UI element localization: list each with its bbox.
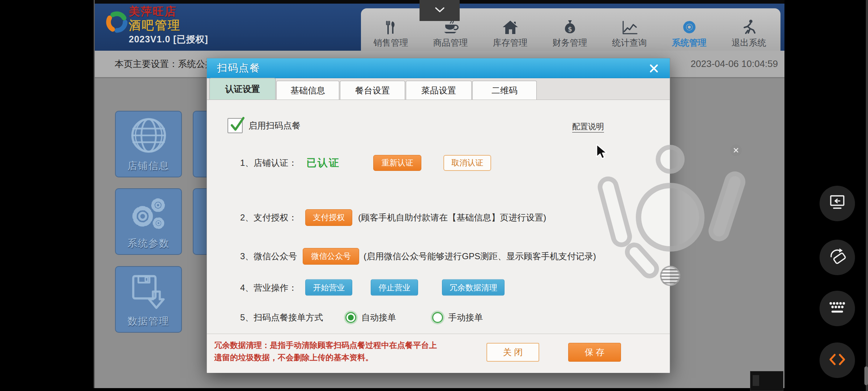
- rotate-screen-icon: [827, 247, 847, 268]
- pay-auth-note: (顾客手机自助付款请在【基础信息】页进行设置): [358, 212, 546, 223]
- tab-dish-settings[interactable]: 菜品设置: [406, 81, 472, 100]
- config-help-link[interactable]: 配置说明: [572, 121, 604, 133]
- row5-label: 5、扫码点餐接单方式: [240, 312, 323, 323]
- radio-auto-accept[interactable]: [345, 312, 356, 323]
- reauth-button[interactable]: 重新认证: [373, 155, 421, 171]
- logo-brand: 美萍旺店: [129, 6, 208, 17]
- close-icon[interactable]: [646, 61, 662, 76]
- clean-data-button[interactable]: 冗余数据清理: [442, 279, 505, 296]
- footer-warning: 冗余数据清理：是指手动清除顾客扫码点餐过程中在点餐平台上 遗留的垃圾数据，不会删…: [214, 339, 437, 364]
- close-button[interactable]: 关 闭: [486, 343, 539, 362]
- start-business-button[interactable]: 开始营业: [305, 279, 352, 296]
- tab-qrcode[interactable]: 二维码: [472, 81, 537, 100]
- nav-label: 库存管理: [493, 37, 528, 49]
- footer-warning-line1: 冗余数据清理：是指手动清除顾客扫码点餐过程中在点餐平台上: [214, 339, 437, 352]
- runner-icon: [741, 19, 757, 35]
- radio-auto-label: 自动接单: [361, 312, 396, 323]
- pay-auth-row: 2、支付授权： 支付授权 (顾客手机自助付款请在【基础信息】页进行设置): [240, 209, 546, 226]
- nav-item-exit[interactable]: 退出系统: [719, 14, 779, 49]
- row1-label: 1、店铺认证：: [240, 157, 297, 169]
- nav-label: 销售管理: [374, 37, 408, 49]
- dialog-titlebar: 扫码点餐: [207, 58, 670, 78]
- pull-down-tab[interactable]: [420, 0, 460, 21]
- tab-table-settings[interactable]: 餐台设置: [340, 81, 405, 100]
- shop-auth-row: 1、店铺认证： 已认证 重新认证 取消认证: [240, 155, 491, 171]
- toolbar-rotate-button[interactable]: [820, 240, 855, 275]
- tab-auth-settings[interactable]: 认证设置: [209, 78, 276, 100]
- radio-manual-label: 手动接单: [448, 312, 483, 323]
- tab-basic-info[interactable]: 基础信息: [276, 81, 339, 100]
- footer-warning-line2: 遗留的垃圾数据，不会删除上传的基本资料。: [214, 352, 437, 364]
- nav-item-stats[interactable]: 统计查询: [600, 14, 659, 49]
- pay-auth-button[interactable]: 支付授权: [305, 209, 352, 226]
- tile-label: 数据管理: [128, 315, 170, 328]
- row3-label: 3、微信公众号: [240, 251, 297, 262]
- toolbar-screen-return-button[interactable]: [820, 186, 855, 221]
- gears-icon: [116, 189, 181, 237]
- tile-data-manage[interactable]: 数据管理: [115, 266, 182, 333]
- wechat-button[interactable]: 微信公众号: [303, 248, 359, 265]
- nav-item-finance[interactable]: $ 财务管理: [540, 14, 600, 49]
- wechat-note: (启用微信公众号能够进行GPS测距、显示顾客手机支付记录): [363, 251, 596, 262]
- toolbar-keyboard-button[interactable]: [820, 291, 855, 326]
- enable-label: 启用扫码点餐: [248, 120, 301, 131]
- logo-version: 2023V1.0 [已授权]: [129, 35, 208, 44]
- nav-item-system[interactable]: 系统管理: [659, 14, 719, 49]
- right-edge-strip: [866, 0, 868, 391]
- gear-icon: [681, 19, 698, 35]
- line-chart-icon: [621, 19, 638, 35]
- save-button[interactable]: 保 存: [568, 343, 621, 362]
- dialog-title: 扫码点餐: [217, 61, 260, 75]
- app-logo-text: 美萍旺店 酒吧管理 2023V1.0 [已授权]: [129, 6, 208, 44]
- stop-business-button[interactable]: 停止营业: [371, 279, 418, 296]
- globe-icon: [116, 112, 181, 159]
- coffee-cup-icon: [442, 19, 459, 35]
- tile-label: 店铺信息: [128, 159, 170, 172]
- nav-label: 系统管理: [672, 37, 707, 49]
- dialog-footer: 冗余数据清理：是指手动清除顾客扫码点餐过程中在点餐平台上 遗留的垃圾数据，不会删…: [207, 333, 670, 373]
- nav-label: 财务管理: [553, 37, 587, 49]
- nav-item-stock[interactable]: 库存管理: [480, 14, 540, 49]
- nav-item-sales[interactable]: 销售管理: [361, 14, 421, 49]
- code-icon: [827, 352, 847, 369]
- scan-order-dialog: 扫码点餐 认证设置 基础信息 餐台设置 菜品设置 二维码 启用扫码点餐 配置说明…: [207, 58, 670, 373]
- tile-shop-info[interactable]: 店铺信息: [115, 111, 182, 177]
- clock-timestamp: 2023-04-06 10:04:59: [691, 51, 778, 77]
- enable-row: 启用扫码点餐: [227, 118, 301, 133]
- enable-checkbox[interactable]: [227, 118, 243, 133]
- accept-mode-row: 5、扫码点餐接单方式 自动接单 手动接单: [240, 312, 483, 323]
- fork-knife-icon: [383, 19, 399, 35]
- screen-return-icon: [828, 194, 847, 213]
- toolbar-code-button[interactable]: [820, 342, 855, 378]
- cancel-auth-button[interactable]: 取消认证: [443, 155, 491, 171]
- floppy-save-icon: [116, 267, 181, 315]
- dialog-tabbar: 认证设置 基础信息 餐台设置 菜品设置 二维码: [207, 78, 670, 100]
- radio-manual-accept[interactable]: [432, 312, 443, 323]
- row2-label: 2、支付授权：: [240, 212, 297, 223]
- row4-label: 4、营业操作：: [240, 282, 297, 293]
- app-logo-icon: [105, 10, 129, 35]
- dialog-body: 启用扫码点餐 配置说明 1、店铺认证： 已认证 重新认证 取消认证 2、支付授权…: [207, 100, 670, 333]
- nav-label: 统计查询: [612, 37, 647, 49]
- auth-status: 已认证: [306, 156, 340, 170]
- nav-label: 商品管理: [433, 37, 468, 49]
- nav-label: 退出系统: [732, 37, 766, 49]
- tile-system-params[interactable]: 系统参数: [115, 188, 182, 255]
- chevron-down-icon: [434, 7, 445, 14]
- business-ops-row: 4、营业操作： 开始营业 停止营业 冗余数据清理: [240, 279, 505, 296]
- keyboard-icon: [828, 300, 847, 317]
- camera-pip-thumbnail[interactable]: [750, 371, 783, 391]
- right-edge-handle[interactable]: [864, 366, 868, 385]
- house-icon: [502, 19, 519, 35]
- wechat-row: 3、微信公众号 微信公众号 (启用微信公众号能够进行GPS测距、显示顾客手机支付…: [240, 248, 596, 265]
- money-bag-icon: $: [562, 19, 578, 35]
- watermark-close-icon[interactable]: [730, 144, 742, 156]
- logo-product: 酒吧管理: [129, 19, 208, 31]
- svg-text:$: $: [568, 26, 572, 33]
- tile-label: 系统参数: [128, 237, 170, 250]
